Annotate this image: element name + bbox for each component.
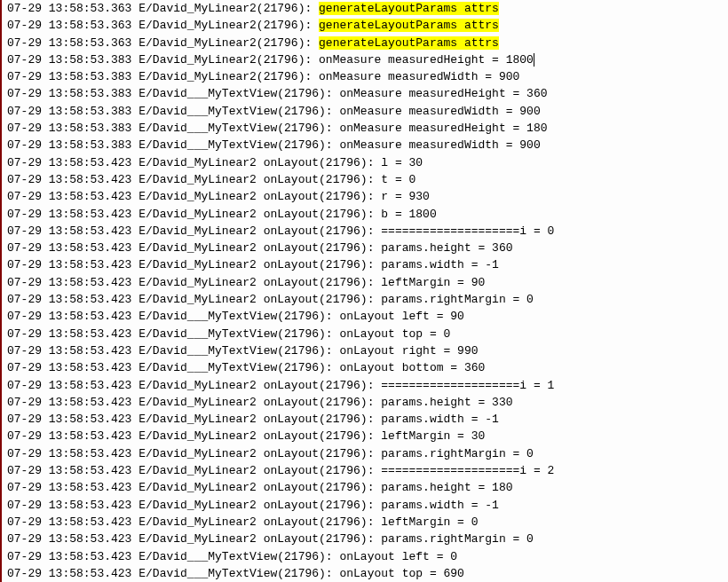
log-message: params.width = -1 bbox=[381, 258, 499, 271]
log-line[interactable]: 07-29 13:58:53.383 E/David___MyTextView(… bbox=[7, 120, 728, 137]
log-message: params.rightMargin = 0 bbox=[381, 293, 534, 306]
log-line[interactable]: 07-29 13:58:53.423 E/David_MyLinear2 onL… bbox=[7, 462, 728, 479]
log-line[interactable]: 07-29 13:58:53.423 E/David_MyLinear2 onL… bbox=[7, 497, 728, 514]
log-prefix: 07-29 13:58:53.423 E/David_MyLinear2 onL… bbox=[7, 293, 381, 306]
log-prefix: 07-29 13:58:53.423 E/David_MyLinear2 onL… bbox=[7, 224, 381, 238]
log-line[interactable]: 07-29 13:58:53.423 E/David_MyLinear2 onL… bbox=[7, 428, 728, 444]
log-prefix: 07-29 13:58:53.423 E/David_MyLinear2 onL… bbox=[7, 258, 381, 271]
log-message: ====================i = 1 bbox=[381, 379, 554, 392]
log-prefix: 07-29 13:58:53.383 E/David___MyTextView(… bbox=[7, 87, 339, 100]
log-prefix: 07-29 13:58:53.363 E/David_MyLinear2(217… bbox=[7, 19, 319, 32]
log-message: leftMargin = 0 bbox=[381, 515, 478, 529]
log-line[interactable]: 07-29 13:58:53.423 E/David_MyLinear2 onL… bbox=[7, 445, 728, 462]
log-line[interactable]: 07-29 13:58:53.423 E/David___MyTextView(… bbox=[7, 548, 728, 565]
log-message: generateLayoutParams attrs bbox=[319, 2, 499, 15]
log-prefix: 07-29 13:58:53.383 E/David_MyLinear2(217… bbox=[7, 53, 319, 67]
log-line[interactable]: 07-29 13:58:53.423 E/David_MyLinear2 onL… bbox=[7, 223, 728, 240]
log-line[interactable]: 07-29 13:58:53.383 E/David___MyTextView(… bbox=[7, 137, 728, 153]
log-line[interactable]: 07-29 13:58:53.363 E/David_MyLinear2(217… bbox=[7, 17, 728, 34]
log-line[interactable]: 07-29 13:58:53.383 E/David_MyLinear2(217… bbox=[7, 51, 728, 68]
log-message: onMeasure measuredWidth = 900 bbox=[319, 70, 519, 83]
log-message: params.width = -1 bbox=[381, 413, 499, 426]
log-prefix: 07-29 13:58:53.423 E/David___MyTextView(… bbox=[7, 567, 339, 580]
log-prefix: 07-29 13:58:53.423 E/David_MyLinear2 onL… bbox=[7, 532, 381, 546]
log-prefix: 07-29 13:58:53.423 E/David_MyLinear2 onL… bbox=[7, 379, 381, 392]
log-message: r = 930 bbox=[381, 190, 430, 203]
log-message: onMeasure measuredHeight = 360 bbox=[339, 87, 547, 100]
log-line[interactable]: 07-29 13:58:53.423 E/David_MyLinear2 onL… bbox=[7, 377, 728, 394]
log-prefix: 07-29 13:58:53.363 E/David_MyLinear2(217… bbox=[7, 2, 319, 15]
log-prefix: 07-29 13:58:53.423 E/David_MyLinear2 onL… bbox=[7, 276, 381, 289]
log-line[interactable]: 07-29 13:58:53.423 E/David___MyTextView(… bbox=[7, 565, 728, 582]
log-prefix: 07-29 13:58:53.423 E/David_MyLinear2 onL… bbox=[7, 429, 381, 443]
log-message: onLayout top = 0 bbox=[339, 327, 450, 341]
log-message: generateLayoutParams attrs bbox=[319, 36, 499, 50]
log-prefix: 07-29 13:58:53.423 E/David___MyTextView(… bbox=[7, 327, 339, 341]
log-line[interactable]: 07-29 13:58:53.423 E/David___MyTextView(… bbox=[7, 308, 728, 325]
log-message: ====================i = 2 bbox=[381, 464, 554, 477]
log-message: t = 0 bbox=[381, 173, 415, 186]
log-prefix: 07-29 13:58:53.383 E/David_MyLinear2(217… bbox=[7, 70, 319, 83]
log-message: onMeasure measuredWidth = 900 bbox=[339, 105, 540, 118]
log-message: generateLayoutParams attrs bbox=[319, 19, 499, 32]
log-line[interactable]: 07-29 13:58:53.423 E/David_MyLinear2 onL… bbox=[7, 171, 728, 188]
log-message: l = 30 bbox=[381, 156, 423, 169]
log-prefix: 07-29 13:58:53.423 E/David___MyTextView(… bbox=[7, 361, 339, 374]
log-prefix: 07-29 13:58:53.423 E/David_MyLinear2 onL… bbox=[7, 156, 381, 169]
log-prefix: 07-29 13:58:53.423 E/David_MyLinear2 onL… bbox=[7, 396, 381, 409]
log-line[interactable]: 07-29 13:58:53.423 E/David_MyLinear2 onL… bbox=[7, 514, 728, 531]
log-line[interactable]: 07-29 13:58:53.423 E/David___MyTextView(… bbox=[7, 326, 728, 342]
log-prefix: 07-29 13:58:53.363 E/David_MyLinear2(217… bbox=[7, 36, 319, 50]
log-prefix: 07-29 13:58:53.383 E/David___MyTextView(… bbox=[7, 122, 339, 135]
log-message: onMeasure measuredHeight = 180 bbox=[339, 122, 547, 135]
log-message: onLayout left = 0 bbox=[339, 550, 457, 563]
log-message: onLayout left = 90 bbox=[339, 310, 463, 323]
log-line[interactable]: 07-29 13:58:53.423 E/David_MyLinear2 onL… bbox=[7, 188, 728, 205]
log-prefix: 07-29 13:58:53.423 E/David_MyLinear2 onL… bbox=[7, 464, 381, 477]
log-line[interactable]: 07-29 13:58:53.363 E/David_MyLinear2(217… bbox=[7, 35, 728, 51]
text-caret bbox=[534, 53, 534, 67]
log-prefix: 07-29 13:58:53.423 E/David_MyLinear2 onL… bbox=[7, 208, 381, 221]
log-line[interactable]: 07-29 13:58:53.423 E/David_MyLinear2 onL… bbox=[7, 206, 728, 223]
log-line[interactable]: 07-29 13:58:53.423 E/David___MyTextView(… bbox=[7, 359, 728, 376]
log-message: params.height = 330 bbox=[381, 396, 512, 409]
log-line[interactable]: 07-29 13:58:53.383 E/David_MyLinear2(217… bbox=[7, 68, 728, 85]
log-line[interactable]: 07-29 13:58:53.423 E/David_MyLinear2 onL… bbox=[7, 291, 728, 308]
log-line[interactable]: 07-29 13:58:53.383 E/David___MyTextView(… bbox=[7, 103, 728, 120]
log-message: onLayout bottom = 360 bbox=[339, 361, 485, 374]
log-message: params.rightMargin = 0 bbox=[381, 532, 534, 546]
log-line[interactable]: 07-29 13:58:53.363 E/David_MyLinear2(217… bbox=[7, 0, 728, 17]
log-message: onMeasure measuredHeight = 1800 bbox=[319, 53, 534, 67]
log-message: params.rightMargin = 0 bbox=[381, 447, 534, 460]
log-prefix: 07-29 13:58:53.423 E/David_MyLinear2 onL… bbox=[7, 173, 381, 186]
log-prefix: 07-29 13:58:53.423 E/David_MyLinear2 onL… bbox=[7, 413, 381, 426]
log-line[interactable]: 07-29 13:58:53.423 E/David_MyLinear2 onL… bbox=[7, 256, 728, 273]
log-message: params.height = 180 bbox=[381, 481, 512, 494]
log-prefix: 07-29 13:58:53.423 E/David_MyLinear2 onL… bbox=[7, 515, 381, 529]
log-message: onLayout top = 690 bbox=[339, 567, 463, 580]
log-prefix: 07-29 13:58:53.383 E/David___MyTextView(… bbox=[7, 105, 339, 118]
log-prefix: 07-29 13:58:53.423 E/David_MyLinear2 onL… bbox=[7, 499, 381, 512]
log-message: leftMargin = 90 bbox=[381, 276, 485, 289]
log-prefix: 07-29 13:58:53.423 E/David_MyLinear2 onL… bbox=[7, 447, 381, 460]
log-message: ====================i = 0 bbox=[381, 224, 554, 238]
log-line[interactable]: 07-29 13:58:53.423 E/David_MyLinear2 onL… bbox=[7, 394, 728, 411]
log-line[interactable]: 07-29 13:58:53.423 E/David_MyLinear2 onL… bbox=[7, 411, 728, 428]
log-prefix: 07-29 13:58:53.423 E/David_MyLinear2 onL… bbox=[7, 190, 381, 203]
log-prefix: 07-29 13:58:53.423 E/David___MyTextView(… bbox=[7, 550, 339, 563]
log-prefix: 07-29 13:58:53.423 E/David___MyTextView(… bbox=[7, 344, 339, 358]
log-line[interactable]: 07-29 13:58:53.423 E/David_MyLinear2 onL… bbox=[7, 240, 728, 256]
log-line[interactable]: 07-29 13:58:53.423 E/David_MyLinear2 onL… bbox=[7, 479, 728, 496]
log-line[interactable]: 07-29 13:58:53.423 E/David_MyLinear2 onL… bbox=[7, 274, 728, 291]
log-line[interactable]: 07-29 13:58:53.383 E/David___MyTextView(… bbox=[7, 85, 728, 102]
log-message: onLayout right = 990 bbox=[339, 344, 478, 358]
log-message: params.height = 360 bbox=[381, 241, 512, 255]
log-line[interactable]: 07-29 13:58:53.423 E/David_MyLinear2 onL… bbox=[7, 154, 728, 171]
log-message: onMeasure measuredWidth = 900 bbox=[339, 138, 540, 152]
log-prefix: 07-29 13:58:53.423 E/David_MyLinear2 onL… bbox=[7, 241, 381, 255]
log-line[interactable]: 07-29 13:58:53.423 E/David___MyTextView(… bbox=[7, 342, 728, 359]
log-message: leftMargin = 30 bbox=[381, 429, 485, 443]
log-viewport[interactable]: 07-29 13:58:53.363 E/David_MyLinear2(217… bbox=[0, 0, 728, 582]
log-message: b = 1800 bbox=[381, 208, 436, 221]
log-line[interactable]: 07-29 13:58:53.423 E/David_MyLinear2 onL… bbox=[7, 531, 728, 547]
